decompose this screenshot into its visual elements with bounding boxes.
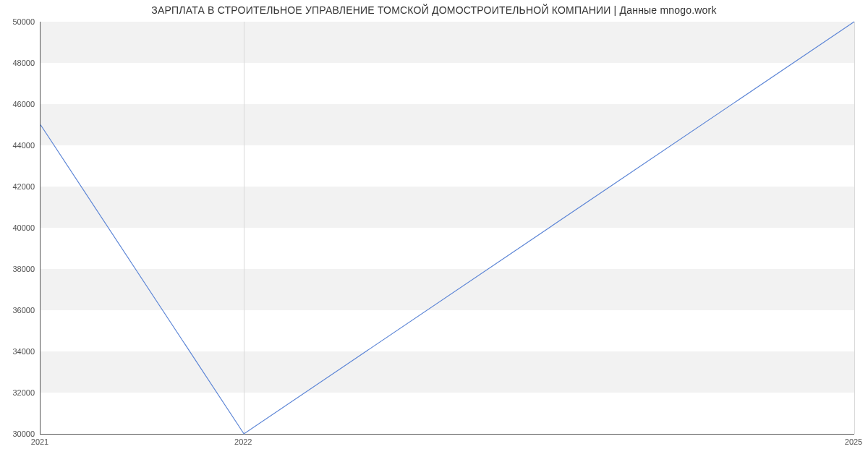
y-tick-label: 32000 <box>1 388 35 397</box>
y-tick-label: 44000 <box>1 141 35 150</box>
y-tick-label: 48000 <box>1 59 35 67</box>
x-tick-label: 2021 <box>31 437 48 446</box>
x-tick-label: 2022 <box>234 437 252 446</box>
y-tick-label: 30000 <box>1 430 35 438</box>
line-series <box>41 22 854 434</box>
y-tick-label: 46000 <box>1 100 35 108</box>
data-line <box>41 22 854 434</box>
y-tick-label: 42000 <box>1 182 35 191</box>
y-tick-label: 38000 <box>1 265 35 273</box>
chart-title: ЗАРПЛАТА В СТРОИТЕЛЬНОЕ УПРАВЛЕНИЕ ТОМСК… <box>0 4 868 16</box>
x-tick-label: 2025 <box>845 437 862 446</box>
y-tick-label: 34000 <box>1 347 35 356</box>
chart-container: ЗАРПЛАТА В СТРОИТЕЛЬНОЕ УПРАВЛЕНИЕ ТОМСК… <box>0 0 868 470</box>
y-tick-label: 50000 <box>1 17 35 26</box>
plot-area <box>40 22 854 435</box>
y-tick-label: 40000 <box>1 223 35 232</box>
y-tick-label: 36000 <box>1 306 35 315</box>
grid-line-vertical <box>854 22 855 434</box>
